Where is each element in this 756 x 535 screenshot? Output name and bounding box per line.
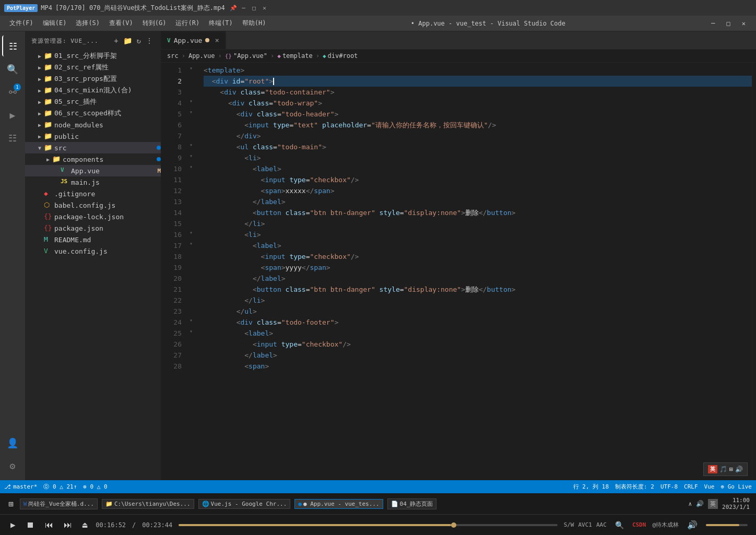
tray-input-method[interactable]: 英 <box>708 499 718 509</box>
new-file-icon[interactable]: + <box>113 35 120 46</box>
media-prev-btn[interactable]: ⏮ <box>43 518 55 532</box>
taskbar-item-vscode[interactable]: ● ● App.vue - vue_tes... <box>294 499 383 509</box>
menu-help[interactable]: 帮助(H) <box>238 17 270 30</box>
tree-item-src[interactable]: ▼ 📁 src <box>25 142 161 153</box>
vscode-minimize-btn[interactable]: ─ <box>706 18 720 29</box>
activity-run[interactable]: ▶ <box>2 104 23 125</box>
media-play-btn[interactable]: ▶ <box>8 518 18 532</box>
fold-arrow-02[interactable]: ▶ <box>36 63 44 72</box>
fold-arrow-05[interactable]: ▶ <box>36 98 44 106</box>
indent-indicator[interactable]: 制表符长度: 2 <box>615 483 654 491</box>
media-eject-btn[interactable]: ⏏ <box>80 518 90 532</box>
minimap[interactable] <box>752 63 756 480</box>
taskbar-item-chrome[interactable]: 🌐 Vue.js - Google Chr... <box>198 499 291 509</box>
vscode-close-btn[interactable]: ✕ <box>737 18 751 29</box>
breadcrumb-object[interactable]: {} "App.vue" <box>225 52 267 60</box>
tab-appvue[interactable]: V App.vue × <box>161 31 226 49</box>
taskbar-start[interactable]: ⊞ <box>6 498 16 510</box>
taskbar-item-static[interactable]: 📄 04_静态页面 <box>387 498 437 509</box>
fold-10[interactable]: ▾ <box>187 161 195 172</box>
code-content[interactable]: <template> <div id="root"> <div class="t… <box>195 63 752 480</box>
activity-extensions[interactable]: ☷ <box>2 127 23 148</box>
menu-select[interactable]: 选择(S) <box>72 17 104 30</box>
tree-item-public[interactable]: ▶ 📁 public <box>25 130 161 142</box>
tree-item-babelconfig[interactable]: ⬡ babel.config.js <box>25 199 161 211</box>
breadcrumb-template[interactable]: ◆ template <box>277 52 312 60</box>
activity-accounts[interactable]: 👤 <box>2 432 23 453</box>
menu-terminal[interactable]: 终端(T) <box>205 17 237 30</box>
refresh-icon[interactable]: ↻ <box>136 35 143 46</box>
tree-item-05[interactable]: ▶ 📁 05_src_插件 <box>25 96 161 108</box>
fold-9[interactable]: ▾ <box>187 150 195 161</box>
fold-arrow-04[interactable]: ▶ <box>36 86 44 94</box>
tree-item-01[interactable]: ▶ 📁 01_src_分析脚手架 <box>25 50 161 62</box>
fold-4[interactable]: ▾ <box>187 96 195 106</box>
media-volume-bar[interactable] <box>706 524 748 526</box>
menu-view[interactable]: 查看(V) <box>105 17 137 30</box>
fold-24[interactable]: ▾ <box>187 315 195 326</box>
potplayer-close-btn[interactable]: ✕ <box>261 4 269 12</box>
fold-arrow-public[interactable]: ▶ <box>36 132 44 140</box>
menu-file[interactable]: 文件(F) <box>5 17 38 30</box>
menu-edit[interactable]: 编辑(E) <box>39 17 71 30</box>
tree-item-node[interactable]: ▶ 📁 node_modules <box>25 119 161 130</box>
taskbar-item-explorer[interactable]: 📁 C:\Users\tianyu\Des... <box>102 499 194 509</box>
tree-item-components[interactable]: ▶ 📁 components <box>25 153 161 165</box>
tree-item-mainjs[interactable]: JS main.js <box>25 176 161 188</box>
line-col-indicator[interactable]: 行 2, 列 18 <box>573 483 609 491</box>
media-volume-btn[interactable]: 🔊 <box>685 518 700 532</box>
taskbar-item-word[interactable]: W 尚硅谷_Vue全家桶.d... <box>20 498 98 509</box>
activity-search[interactable]: 🔍 <box>2 58 23 79</box>
tree-item-04[interactable]: ▶ 📁 04_src_mixin混入(合) <box>25 85 161 96</box>
git-branch[interactable]: ⎇ master* <box>4 483 37 490</box>
activity-explorer[interactable]: ☷ <box>2 35 23 56</box>
fold-arrow-06[interactable]: ▶ <box>36 109 44 117</box>
tree-item-appvue[interactable]: V App.vue M <box>25 165 161 176</box>
menu-run[interactable]: 运行(R) <box>171 17 204 30</box>
language-indicator[interactable]: Vue <box>704 483 715 490</box>
tree-item-readme[interactable]: M README.md <box>25 234 161 245</box>
potplayer-minimize-btn[interactable]: ─ <box>240 4 248 12</box>
vscode-maximize-btn[interactable]: □ <box>722 18 736 29</box>
fold-arrow-src[interactable]: ▼ <box>36 144 44 152</box>
fold-arrow-node[interactable]: ▶ <box>36 121 44 129</box>
fold-25[interactable]: ▾ <box>187 326 195 337</box>
tree-item-06[interactable]: ▶ 📁 06_src_scoped样式 <box>25 108 161 119</box>
tree-item-pkglock[interactable]: {} package-lock.json <box>25 211 161 222</box>
fold-17[interactable]: ▾ <box>187 238 195 249</box>
fold-5[interactable]: ▾ <box>187 106 195 117</box>
breadcrumb-src[interactable]: src <box>167 52 179 60</box>
fold-16[interactable]: ▾ <box>187 227 195 238</box>
tree-item-pkg[interactable]: {} package.json <box>25 222 161 234</box>
new-folder-icon[interactable]: 📁 <box>122 35 134 46</box>
fold-arrow-01[interactable]: ▶ <box>36 52 44 60</box>
media-stop-btn[interactable]: ⏹ <box>24 518 37 532</box>
potplayer-pin-btn[interactable]: 📌 <box>229 4 238 12</box>
tab-close-btn[interactable]: × <box>215 36 219 44</box>
media-progress-bar[interactable] <box>179 524 558 526</box>
encoding-indicator[interactable]: UTF-8 <box>660 483 678 490</box>
potplayer-maximize-btn[interactable]: □ <box>250 4 258 12</box>
error-count[interactable]: ⊗ 0 △ 0 <box>83 483 107 490</box>
breadcrumb-divroot[interactable]: ◆ div#root <box>323 52 358 60</box>
fold-arrow-03[interactable]: ▶ <box>36 75 44 83</box>
code-editor[interactable]: 1 2 3 4 5 6 7 8 9 10 11 12 13 14 15 16 1… <box>161 63 756 480</box>
tree-item-vueconfig[interactable]: V vue.config.js <box>25 245 161 257</box>
collapse-icon[interactable]: ⋮ <box>145 35 155 46</box>
media-next-btn[interactable]: ⏭ <box>62 518 74 532</box>
fold-8[interactable]: ▾ <box>187 139 195 150</box>
tree-item-gitignore[interactable]: ◆ .gitignore <box>25 188 161 199</box>
menu-goto[interactable]: 转到(G) <box>138 17 171 30</box>
fold-1[interactable]: ▾ <box>187 63 195 74</box>
media-search-icon[interactable]: 🔍 <box>613 519 626 531</box>
golive-button[interactable]: ⊕ Go Live <box>720 483 752 490</box>
fold-arrow-components[interactable]: ▶ <box>44 155 52 163</box>
activity-settings[interactable]: ⚙ <box>2 455 23 476</box>
tray-sound-icon[interactable]: 🔊 <box>696 500 704 507</box>
tray-arrow[interactable]: ∧ <box>688 501 692 507</box>
breadcrumb-appvue[interactable]: App.vue <box>188 52 215 60</box>
activity-source-control[interactable]: ⚯ 1 <box>2 81 23 102</box>
git-sync[interactable]: ⓪ 0 △ 21↑ <box>43 483 77 491</box>
line-ending-indicator[interactable]: CRLF <box>684 483 698 490</box>
tree-item-03[interactable]: ▶ 📁 03_src_props配置 <box>25 73 161 85</box>
